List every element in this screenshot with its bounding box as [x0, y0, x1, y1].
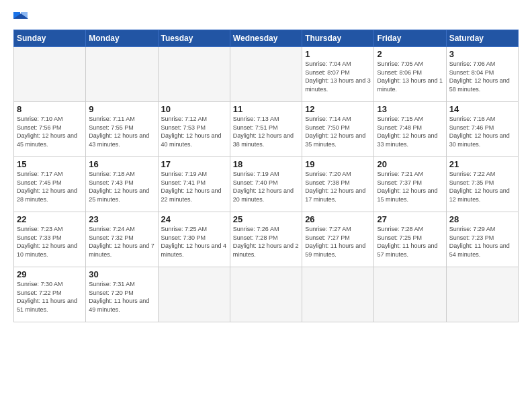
day-info: Sunrise: 7:23 AMSunset: 7:33 PMDaylight:… — [17, 226, 77, 258]
calendar-cell: 11 Sunrise: 7:13 AMSunset: 7:51 PMDaylig… — [230, 102, 302, 157]
day-number: 25 — [233, 214, 299, 224]
calendar-week-5: 29 Sunrise: 7:30 AMSunset: 7:22 PMDaylig… — [14, 267, 519, 322]
day-info: Sunrise: 7:06 AMSunset: 8:04 PMDaylight:… — [449, 60, 510, 93]
calendar-cell: 29 Sunrise: 7:30 AMSunset: 7:22 PMDaylig… — [14, 267, 86, 322]
weekday-header-saturday: Saturday — [446, 30, 518, 47]
day-info: Sunrise: 7:18 AMSunset: 7:43 PMDaylight:… — [89, 171, 149, 203]
day-info: Sunrise: 7:31 AMSunset: 7:20 PMDaylight:… — [89, 281, 149, 313]
calendar-cell: 22 Sunrise: 7:23 AMSunset: 7:33 PMDaylig… — [14, 212, 86, 267]
calendar-cell: 13 Sunrise: 7:15 AMSunset: 7:48 PMDaylig… — [374, 102, 446, 157]
calendar-cell: 3 Sunrise: 7:06 AMSunset: 8:04 PMDayligh… — [446, 47, 518, 102]
calendar-cell: 2 Sunrise: 7:05 AMSunset: 8:06 PMDayligh… — [374, 47, 446, 102]
day-info: Sunrise: 7:13 AMSunset: 7:51 PMDaylight:… — [233, 116, 294, 148]
day-number: 17 — [161, 159, 227, 169]
day-number: 12 — [305, 104, 371, 114]
calendar-cell: 20 Sunrise: 7:21 AMSunset: 7:37 PMDaylig… — [374, 157, 446, 212]
calendar-page: SundayMondayTuesdayWednesdayThursdayFrid… — [0, 0, 532, 411]
calendar-cell: 21 Sunrise: 7:22 AMSunset: 7:35 PMDaylig… — [446, 157, 518, 212]
calendar-cell — [86, 47, 158, 102]
weekday-header-monday: Monday — [86, 30, 158, 47]
calendar-cell: 27 Sunrise: 7:28 AMSunset: 7:25 PMDaylig… — [374, 212, 446, 267]
calendar-week-2: 8 Sunrise: 7:10 AMSunset: 7:56 PMDayligh… — [14, 102, 519, 157]
calendar-cell: 8 Sunrise: 7:10 AMSunset: 7:56 PMDayligh… — [14, 102, 86, 157]
calendar-cell: 26 Sunrise: 7:27 AMSunset: 7:27 PMDaylig… — [302, 212, 374, 267]
day-info: Sunrise: 7:28 AMSunset: 7:25 PMDaylight:… — [377, 226, 437, 258]
day-number: 15 — [17, 159, 83, 169]
day-number: 18 — [233, 159, 299, 169]
day-info: Sunrise: 7:22 AMSunset: 7:35 PMDaylight:… — [449, 171, 510, 203]
calendar-cell — [374, 267, 446, 322]
day-number: 26 — [305, 214, 371, 224]
calendar-cell: 30 Sunrise: 7:31 AMSunset: 7:20 PMDaylig… — [86, 267, 158, 322]
calendar-cell: 17 Sunrise: 7:19 AMSunset: 7:41 PMDaylig… — [158, 157, 230, 212]
day-number: 14 — [449, 104, 515, 114]
calendar-cell: 23 Sunrise: 7:24 AMSunset: 7:32 PMDaylig… — [86, 212, 158, 267]
weekday-header-sunday: Sunday — [14, 30, 86, 47]
logo-icon — [13, 12, 28, 24]
calendar-cell: 15 Sunrise: 7:17 AMSunset: 7:45 PMDaylig… — [14, 157, 86, 212]
day-number: 9 — [89, 104, 154, 114]
day-number: 3 — [449, 49, 515, 59]
day-info: Sunrise: 7:20 AMSunset: 7:38 PMDaylight:… — [305, 171, 365, 203]
day-number: 16 — [89, 159, 154, 169]
day-info: Sunrise: 7:21 AMSunset: 7:37 PMDaylight:… — [377, 171, 437, 203]
day-number: 20 — [377, 159, 443, 169]
calendar-cell: 19 Sunrise: 7:20 AMSunset: 7:38 PMDaylig… — [302, 157, 374, 212]
calendar-cell: 16 Sunrise: 7:18 AMSunset: 7:43 PMDaylig… — [86, 157, 158, 212]
calendar-cell — [230, 267, 302, 322]
calendar-cell: 14 Sunrise: 7:16 AMSunset: 7:46 PMDaylig… — [446, 102, 518, 157]
day-info: Sunrise: 7:19 AMSunset: 7:40 PMDaylight:… — [233, 171, 294, 203]
day-info: Sunrise: 7:17 AMSunset: 7:45 PMDaylight:… — [17, 171, 77, 203]
day-number: 29 — [17, 269, 83, 279]
day-info: Sunrise: 7:12 AMSunset: 7:53 PMDaylight:… — [161, 116, 222, 148]
day-info: Sunrise: 7:11 AMSunset: 7:55 PMDaylight:… — [89, 116, 149, 148]
day-info: Sunrise: 7:24 AMSunset: 7:32 PMDaylight:… — [89, 226, 154, 258]
weekday-header-friday: Friday — [374, 30, 446, 47]
day-number: 8 — [17, 104, 83, 114]
day-info: Sunrise: 7:05 AMSunset: 8:06 PMDaylight:… — [377, 60, 443, 93]
calendar-cell: 18 Sunrise: 7:19 AMSunset: 7:40 PMDaylig… — [230, 157, 302, 212]
weekday-header-wednesday: Wednesday — [230, 30, 302, 47]
day-info: Sunrise: 7:29 AMSunset: 7:23 PMDaylight:… — [449, 226, 510, 258]
day-number: 21 — [449, 159, 515, 169]
day-number: 13 — [377, 104, 443, 114]
weekday-header-tuesday: Tuesday — [158, 30, 230, 47]
day-number: 24 — [161, 214, 227, 224]
calendar-cell — [158, 267, 230, 322]
day-info: Sunrise: 7:27 AMSunset: 7:27 PMDaylight:… — [305, 226, 365, 258]
header — [13, 12, 519, 24]
calendar-table: SundayMondayTuesdayWednesdayThursdayFrid… — [13, 30, 519, 322]
calendar-week-3: 15 Sunrise: 7:17 AMSunset: 7:45 PMDaylig… — [14, 157, 519, 212]
day-number: 28 — [449, 214, 515, 224]
day-info: Sunrise: 7:04 AMSunset: 8:07 PMDaylight:… — [305, 60, 371, 93]
day-info: Sunrise: 7:30 AMSunset: 7:22 PMDaylight:… — [17, 281, 77, 313]
calendar-cell — [230, 47, 302, 102]
calendar-cell: 24 Sunrise: 7:25 AMSunset: 7:30 PMDaylig… — [158, 212, 230, 267]
day-number: 22 — [17, 214, 83, 224]
calendar-week-4: 22 Sunrise: 7:23 AMSunset: 7:33 PMDaylig… — [14, 212, 519, 267]
calendar-cell — [14, 47, 86, 102]
weekday-header-thursday: Thursday — [302, 30, 374, 47]
day-number: 10 — [161, 104, 227, 114]
day-info: Sunrise: 7:19 AMSunset: 7:41 PMDaylight:… — [161, 171, 222, 203]
day-info: Sunrise: 7:15 AMSunset: 7:48 PMDaylight:… — [377, 116, 437, 148]
day-number: 23 — [89, 214, 154, 224]
calendar-cell: 12 Sunrise: 7:14 AMSunset: 7:50 PMDaylig… — [302, 102, 374, 157]
day-info: Sunrise: 7:26 AMSunset: 7:28 PMDaylight:… — [233, 226, 299, 258]
day-info: Sunrise: 7:10 AMSunset: 7:56 PMDaylight:… — [17, 116, 77, 148]
calendar-cell — [158, 47, 230, 102]
calendar-cell: 25 Sunrise: 7:26 AMSunset: 7:28 PMDaylig… — [230, 212, 302, 267]
day-number: 19 — [305, 159, 371, 169]
day-info: Sunrise: 7:25 AMSunset: 7:30 PMDaylight:… — [161, 226, 227, 258]
day-info: Sunrise: 7:14 AMSunset: 7:50 PMDaylight:… — [305, 116, 365, 148]
day-number: 27 — [377, 214, 443, 224]
calendar-cell: 1 Sunrise: 7:04 AMSunset: 8:07 PMDayligh… — [302, 47, 374, 102]
day-number: 11 — [233, 104, 299, 114]
calendar-cell — [302, 267, 374, 322]
day-number: 30 — [89, 269, 154, 279]
weekday-header-row: SundayMondayTuesdayWednesdayThursdayFrid… — [14, 30, 519, 47]
calendar-week-1: 1 Sunrise: 7:04 AMSunset: 8:07 PMDayligh… — [14, 47, 519, 102]
calendar-cell: 10 Sunrise: 7:12 AMSunset: 7:53 PMDaylig… — [158, 102, 230, 157]
calendar-cell: 28 Sunrise: 7:29 AMSunset: 7:23 PMDaylig… — [446, 212, 518, 267]
calendar-cell: 9 Sunrise: 7:11 AMSunset: 7:55 PMDayligh… — [86, 102, 158, 157]
